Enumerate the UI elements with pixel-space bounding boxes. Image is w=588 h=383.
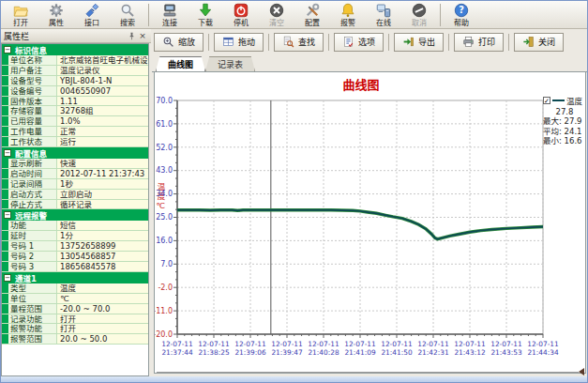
property-value[interactable]: 1.11 — [57, 97, 148, 106]
close-icon[interactable]: × — [137, 31, 148, 41]
tools-icon — [304, 2, 321, 19]
plug-icon — [83, 2, 100, 19]
printer-icon — [462, 36, 475, 48]
toolbar-stop-button[interactable]: 停机 — [223, 2, 259, 29]
tab-bar: 曲线图记录表 — [152, 54, 588, 72]
svg-text:21:37:44: 21:37:44 — [161, 348, 192, 357]
property-value[interactable]: 北京威铭首旺电子机械设备有 — [57, 55, 148, 65]
svg-text:25.0: 25.0 — [156, 213, 173, 222]
property-value[interactable]: 32768组 — [57, 106, 148, 115]
svg-text:12-07-11: 12-07-11 — [490, 340, 522, 348]
property-value[interactable]: 温度记录仪 — [57, 66, 148, 75]
property-panel: 属性栏 × −标识信息单位名称北京威铭首旺电子机械设备有用户备注温度记录仪设备型… — [1, 29, 151, 376]
svg-text:?: ? — [459, 5, 464, 15]
charttool-separator — [208, 34, 209, 51]
charttool-find-button[interactable]: 查找 — [274, 33, 324, 52]
property-value[interactable]: 打开 — [57, 324, 148, 333]
property-value[interactable]: 2012-07-11 21:37:43 — [57, 169, 148, 178]
toolbar-open-button[interactable]: 打开 — [3, 2, 38, 29]
chart-area: 曲线图 温度℃ 70.061.052.043.034.025.016.07.0-… — [154, 72, 586, 374]
svg-text:21:43:53: 21:43:53 — [490, 348, 521, 357]
charttool-options-button[interactable]: 选项 — [334, 33, 384, 52]
property-label: 设备编号 — [8, 86, 57, 96]
charttool-zoom-button[interactable]: 缩放 — [154, 33, 204, 52]
svg-text:12-07-11: 12-07-11 — [161, 340, 193, 348]
property-value[interactable]: 0046550907 — [57, 86, 148, 96]
property-label: 存储容量 — [8, 106, 57, 115]
property-value[interactable]: 1.0% — [57, 116, 148, 126]
property-value[interactable]: 循环记录 — [57, 200, 148, 209]
svg-text:-20.0: -20.0 — [155, 330, 173, 339]
property-value[interactable]: 1秒 — [57, 179, 148, 189]
property-value[interactable]: 立即启动 — [57, 190, 148, 199]
charttool-close-button[interactable]: 关闭 — [514, 33, 564, 52]
tab-record-table[interactable]: 记录表 — [205, 56, 255, 71]
toolbar-help-button[interactable]: ?帮助 — [444, 2, 479, 29]
toolbar-configure-label: 配置 — [305, 19, 320, 27]
toolbar-search-button[interactable]: 搜索 — [110, 2, 145, 29]
property-value[interactable]: 短信 — [57, 221, 148, 230]
svg-text:34.0: 34.0 — [156, 190, 173, 198]
property-row: 单位℃ — [2, 294, 148, 304]
property-value[interactable]: 运行 — [57, 137, 148, 146]
collapse-icon[interactable]: − — [4, 211, 11, 219]
svg-text:12-07-11: 12-07-11 — [454, 340, 486, 348]
property-value[interactable]: 1分 — [57, 231, 148, 240]
toolbar-separator — [440, 4, 441, 26]
tab-curve-chart[interactable]: 曲线图 — [156, 56, 205, 71]
property-value[interactable]: 13054568857 — [57, 252, 148, 261]
toolbar-online-label: 在线 — [376, 19, 391, 27]
svg-text:7.0: 7.0 — [160, 260, 173, 268]
row-strip — [2, 106, 8, 115]
property-label: 已用容量 — [8, 116, 57, 126]
property-value[interactable]: 打开 — [57, 314, 148, 324]
exit-icon — [522, 36, 535, 48]
charttool-separator — [448, 34, 449, 51]
property-value[interactable]: 快速 — [57, 159, 148, 168]
property-value[interactable]: YBJL-804-1-N — [57, 76, 148, 85]
property-label: 启动方式 — [8, 190, 57, 199]
toolbar-connect-button[interactable]: 连接 — [152, 2, 188, 29]
property-value[interactable]: 18656845578 — [57, 262, 148, 271]
toolbar-download-button[interactable]: 下载 — [188, 2, 223, 29]
scrollbar-arrow-icon[interactable] — [579, 368, 584, 375]
chart-scrollbar[interactable] — [157, 372, 579, 373]
svg-text:12-07-11: 12-07-11 — [344, 340, 376, 348]
row-strip — [2, 200, 8, 209]
collapse-icon[interactable]: − — [4, 149, 11, 157]
toolbar-interface-button[interactable]: 接口 — [74, 2, 110, 29]
row-strip — [2, 304, 8, 314]
property-value[interactable]: 13752658899 — [57, 241, 148, 251]
property-row: 类型温度 — [2, 283, 148, 294]
row-strip — [2, 241, 8, 251]
plot-svg[interactable]: 70.061.052.043.034.025.016.07.0-2.0-11.0… — [155, 89, 587, 367]
property-value[interactable]: 温度 — [57, 283, 148, 293]
property-row: 存储容量32768组 — [2, 106, 148, 116]
svg-text:21:43:12: 21:43:12 — [454, 348, 485, 357]
row-strip — [2, 221, 8, 230]
toolbar-online-button[interactable]: 在线 — [366, 2, 401, 29]
property-row: 号码 213054568857 — [2, 252, 148, 262]
collapse-icon[interactable]: − — [4, 274, 11, 282]
charttool-print-button[interactable]: 打印 — [454, 33, 504, 52]
pin-icon[interactable] — [126, 31, 137, 41]
gear-icon — [48, 2, 65, 19]
charttool-zoom-label: 缩放 — [178, 36, 195, 48]
toolbar-alarm-button[interactable]: 报警 — [330, 2, 366, 29]
charttool-pan-label: 拖动 — [238, 36, 255, 48]
chart-legend: ✓温度27.8最大: 27.9平均: 24.1最小: 16.6 — [543, 95, 586, 146]
row-strip — [2, 169, 8, 178]
collapse-icon[interactable]: − — [4, 46, 11, 54]
charttool-export-button[interactable]: 导出 — [394, 33, 444, 52]
charttool-pan-button[interactable]: 拖动 — [214, 33, 264, 52]
property-value[interactable]: ℃ — [57, 294, 148, 303]
property-grid: −标识信息单位名称北京威铭首旺电子机械设备有用户备注温度记录仪设备型号YBJL-… — [1, 43, 149, 376]
property-label: 工作状态 — [8, 137, 57, 146]
toolbar-properties-button[interactable]: 属性 — [38, 2, 74, 29]
property-value[interactable]: 正常 — [57, 127, 148, 136]
row-strip — [2, 97, 8, 106]
legend-checkbox[interactable]: ✓ — [543, 97, 550, 104]
property-value[interactable]: 20.0 ~ 50.0 — [57, 334, 148, 344]
property-value[interactable]: -20.0 ~ 70.0 — [57, 304, 148, 314]
toolbar-configure-button[interactable]: 配置 — [294, 2, 330, 29]
